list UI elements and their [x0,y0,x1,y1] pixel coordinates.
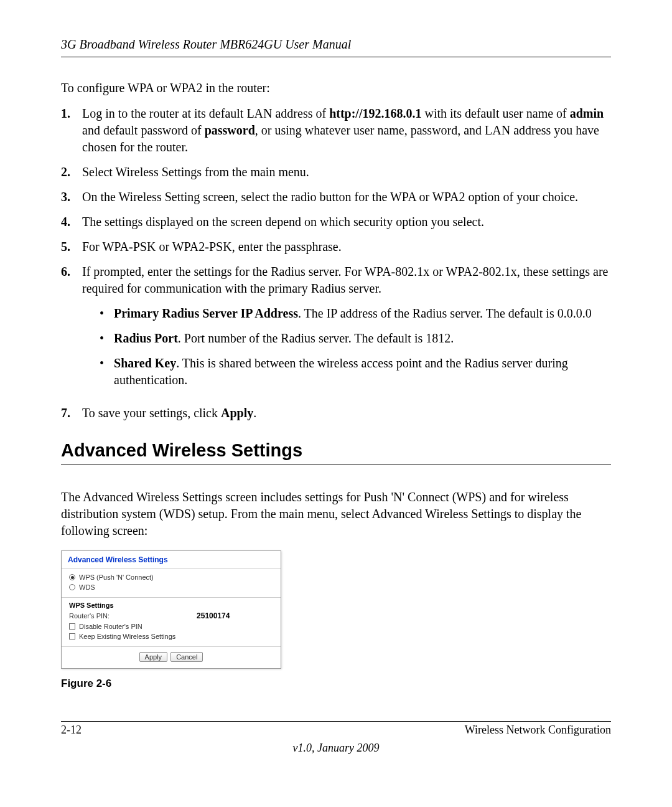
step-number: 1. [61,105,82,122]
figure-wps-heading: WPS Settings [62,598,281,610]
step-number: 3. [61,189,82,205]
apply-label: Apply [221,406,253,420]
step-number: 4. [61,214,82,230]
footer-row: 2-12 Wireless Network Configuration [61,722,611,737]
footer-version: v1.0, January 2009 [61,742,611,755]
step-number: 5. [61,238,82,255]
step-7: 7. To save your settings, click Apply. [61,405,611,422]
figure-wps-section: Router's PIN: 25100174 Disable Router's … [62,610,281,645]
intro-text: To configure WPA or WPA2 in the router: [61,81,611,95]
step-2: 2. Select Wireless Settings from the mai… [61,164,611,181]
page-header: 3G Broadband Wireless Router MBR624GU Us… [61,37,611,57]
checkbox-icon [69,633,75,639]
checkbox-label-keep-settings: Keep Existing Wireless Settings [79,633,175,640]
radio-icon [69,574,75,580]
bullet-text: Shared Key. This is shared between the w… [114,355,611,389]
bullet-3-rest: . This is shared between the wireless ac… [114,356,568,387]
figure-screenshot: Advanced Wireless Settings WPS (Push 'N'… [61,550,281,669]
step-1-mid1: with its default user name of [421,106,569,120]
step-6-text: If prompted, enter the settings for the … [82,265,608,295]
radio-row-wps[interactable]: WPS (Push 'N' Connect) [69,572,274,582]
step-number: 7. [61,405,82,422]
radio-label-wps: WPS (Push 'N' Connect) [79,573,154,581]
step-3: 3. On the Wireless Setting screen, selec… [61,189,611,205]
bullet-text: Primary Radius Server IP Address. The IP… [114,305,611,322]
step-number: 6. [61,263,82,280]
apply-button[interactable]: Apply [139,652,168,662]
step-number: 2. [61,164,82,181]
step-text: To save your settings, click Apply. [82,405,611,422]
steps-list: 1. Log in to the router at its default L… [61,105,611,422]
figure-title: Advanced Wireless Settings [62,551,281,567]
bullet-text: Radius Port. Port number of the Radius s… [114,330,611,347]
step-text: Log in to the router at its default LAN … [82,105,611,156]
step-text: Select Wireless Settings from the main m… [82,164,611,181]
bullet-1-label: Primary Radius Server IP Address [114,306,298,320]
radio-label-wds: WDS [79,583,95,591]
step-text: If prompted, enter the settings for the … [82,263,611,397]
bullet-3-label: Shared Key [114,356,176,370]
checkbox-row-keep-settings[interactable]: Keep Existing Wireless Settings [69,631,274,641]
bullet-2-label: Radius Port [114,331,178,345]
page-number: 2-12 [61,724,82,737]
default-url: http://192.168.0.1 [329,106,421,120]
step-1-mid2: and default password of [82,123,205,137]
checkbox-row-disable-pin[interactable]: Disable Router's PIN [69,621,274,631]
figure-buttons: Apply Cancel [62,647,281,668]
step-text: For WPA-PSK or WPA2-PSK, enter the passp… [82,238,611,255]
bullet-list: • Primary Radius Server IP Address. The … [82,305,611,389]
cancel-button[interactable]: Cancel [170,652,203,662]
checkbox-icon [69,623,75,630]
radio-row-wds[interactable]: WDS [69,582,274,592]
chapter-name: Wireless Network Configuration [465,724,611,737]
header-title: 3G Broadband Wireless Router MBR624GU Us… [61,37,351,51]
bullet-1: • Primary Radius Server IP Address. The … [82,305,611,322]
radio-icon [69,584,75,590]
checkbox-label-disable-pin: Disable Router's PIN [79,623,142,630]
step-6: 6. If prompted, enter the settings for t… [61,263,611,397]
default-username: admin [570,106,604,120]
section-heading: Advanced Wireless Settings [61,440,611,465]
step-5: 5. For WPA-PSK or WPA2-PSK, enter the pa… [61,238,611,255]
figure-mode-section: WPS (Push 'N' Connect) WDS [62,569,281,596]
step-text: On the Wireless Setting screen, select t… [82,189,611,205]
step-7-post: . [253,406,256,420]
bullet-2-rest: . Port number of the Radius server. The … [178,331,454,345]
bullet-1-rest: . The IP address of the Radius server. T… [298,306,592,320]
bullet-2: • Radius Port. Port number of the Radius… [82,330,611,347]
step-1: 1. Log in to the router at its default L… [61,105,611,156]
step-4: 4. The settings displayed on the screen … [61,214,611,230]
section-intro: The Advanced Wireless Settings screen in… [61,489,611,539]
default-password: password [205,123,255,137]
step-1-pre: Log in to the router at its default LAN … [82,106,329,120]
step-7-pre: To save your settings, click [82,406,221,420]
bullet-icon: • [82,305,114,322]
pin-label: Router's PIN: [69,612,110,620]
bullet-icon: • [82,330,114,347]
bullet-3: • Shared Key. This is shared between the… [82,355,611,389]
bullet-icon: • [82,355,114,372]
pin-value: 25100174 [197,611,230,620]
step-text: The settings displayed on the screen dep… [82,214,611,230]
figure-caption: Figure 2-6 [61,677,611,690]
pin-row: Router's PIN: 25100174 [69,610,274,621]
